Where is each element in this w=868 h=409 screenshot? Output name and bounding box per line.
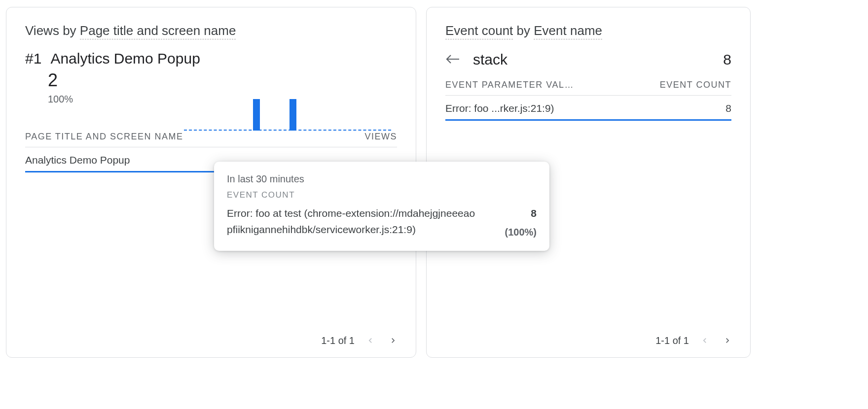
tooltip-count: 8 <box>482 205 537 222</box>
pagination-label: 1-1 of 1 <box>321 335 355 346</box>
arrow-left-icon <box>445 54 460 64</box>
spark-bar <box>253 99 260 131</box>
views-table-header: PAGE TITLE AND SCREEN NAME VIEWS <box>25 132 397 147</box>
row-name: Error: foo ...rker.js:21:9) <box>445 102 554 114</box>
chevron-left-icon <box>365 336 375 345</box>
chevron-right-icon <box>723 336 732 345</box>
rank-name: Analytics Demo Popup <box>50 50 200 67</box>
row-name: Analytics Demo Popup <box>25 154 130 166</box>
next-page-button[interactable] <box>721 334 734 347</box>
tooltip-percent: (100%) <box>505 225 537 240</box>
tooltip-body: Error: foo at test (chrome-extension://m… <box>227 205 537 240</box>
title-by: by <box>63 23 76 38</box>
title-by: by <box>517 23 530 38</box>
card-title-views: Views by Page title and screen name <box>25 23 397 38</box>
sparkline-chart <box>184 96 391 131</box>
prev-page-button[interactable] <box>363 334 377 347</box>
chevron-left-icon <box>700 336 710 345</box>
rank-number: #1 <box>25 50 41 67</box>
top-result-row: #1 Analytics Demo Popup <box>25 50 397 67</box>
event-table-header: EVENT PARAMETER VAL… EVENT COUNT <box>445 80 731 96</box>
title-dimension-selector[interactable]: Page title and screen name <box>80 23 236 39</box>
spark-bar <box>289 99 296 131</box>
col-param: EVENT PARAMETER VAL… <box>445 80 574 90</box>
tooltip-message: Error: foo at test (chrome-extension://m… <box>227 205 475 240</box>
back-button[interactable] <box>445 52 460 68</box>
row-value: 8 <box>725 102 731 114</box>
tooltip-value: 8 (100%) <box>482 205 537 240</box>
col-dimension: PAGE TITLE AND SCREEN NAME <box>25 132 183 142</box>
event-detail-header: stack 8 <box>445 51 731 68</box>
card-title-events: Event count by Event name <box>445 23 731 38</box>
chevron-right-icon <box>388 336 398 345</box>
table-row[interactable]: Error: foo ...rker.js:21:9) 8 <box>445 96 731 121</box>
title-metric-selector[interactable]: Event count <box>445 23 513 39</box>
hover-tooltip: In last 30 minutes EVENT COUNT Error: fo… <box>214 162 549 251</box>
prev-page-button[interactable] <box>698 334 712 347</box>
tooltip-subtitle: In last 30 minutes <box>227 171 537 187</box>
events-pagination: 1-1 of 1 <box>655 334 734 347</box>
col-metric: EVENT COUNT <box>660 80 731 90</box>
pagination-label: 1-1 of 1 <box>655 335 689 346</box>
tooltip-metric-label: EVENT COUNT <box>227 189 537 202</box>
title-metric: Views <box>25 23 59 38</box>
col-metric: VIEWS <box>364 132 397 142</box>
event-name: stack <box>473 51 507 68</box>
event-detail-left: stack <box>445 51 507 68</box>
event-value: 8 <box>723 51 731 68</box>
views-pagination: 1-1 of 1 <box>321 334 400 347</box>
title-dimension-selector[interactable]: Event name <box>534 23 602 39</box>
metric-value: 2 <box>48 70 397 91</box>
spark-baseline <box>184 130 391 131</box>
next-page-button[interactable] <box>386 334 400 347</box>
